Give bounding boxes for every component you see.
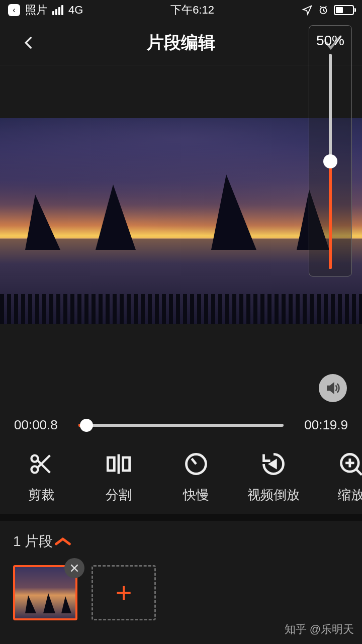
section-divider <box>0 514 362 521</box>
svg-rect-3 <box>108 457 114 471</box>
collapse-clips[interactable] <box>53 535 304 548</box>
tool-row: 剪裁 分割 快慢 视频倒放 缩放 <box>0 433 362 514</box>
tool-split[interactable]: 分割 <box>92 450 146 504</box>
back-app-label: 照片 <box>25 3 47 18</box>
volume-track[interactable] <box>329 54 332 269</box>
audio-button[interactable] <box>319 374 347 402</box>
volume-value: 50% <box>316 33 344 49</box>
tool-zoom[interactable]: 缩放 <box>324 450 362 504</box>
back-button[interactable] <box>18 32 39 53</box>
status-bar: ‹ 照片 4G 下午6:12 <box>0 0 362 20</box>
reverse-icon <box>259 450 288 478</box>
video-preview[interactable]: 50% <box>0 65 362 367</box>
clips-header: 1 片段 <box>0 521 362 556</box>
remove-clip-button[interactable] <box>64 558 84 578</box>
svg-line-8 <box>356 470 362 475</box>
tool-label: 快慢 <box>183 486 209 504</box>
volume-thumb[interactable] <box>323 154 337 168</box>
speed-icon <box>182 450 210 478</box>
timeline-scrubber: 00:00.8 00:19.9 <box>0 417 362 433</box>
clips-row: + <box>0 556 362 629</box>
clips-count: 1 片段 <box>13 532 53 551</box>
clip-1[interactable] <box>13 565 77 620</box>
scissors-icon <box>27 450 55 478</box>
signal-icon <box>52 5 63 15</box>
network-label: 4G <box>68 4 83 17</box>
scrubber-thumb[interactable] <box>80 419 93 432</box>
tool-label: 缩放 <box>338 486 362 504</box>
add-clip-button[interactable]: + <box>92 565 156 620</box>
tool-crop[interactable]: 剪裁 <box>14 450 68 504</box>
svg-rect-4 <box>123 457 130 471</box>
time-current: 00:00.8 <box>14 417 69 433</box>
volume-slider[interactable]: 50% <box>309 25 352 277</box>
tool-reverse[interactable]: 视频倒放 <box>246 450 301 504</box>
scrubber-track[interactable] <box>78 424 284 427</box>
tool-label: 视频倒放 <box>247 486 300 504</box>
zoom-icon <box>337 450 362 478</box>
location-icon <box>302 5 313 16</box>
watermark: 知乎 @乐明天 <box>285 622 354 637</box>
video-canvas <box>0 118 362 324</box>
split-icon <box>105 450 133 478</box>
tool-speed[interactable]: 快慢 <box>169 450 223 504</box>
page-title: 片段编辑 <box>147 31 215 54</box>
battery-icon <box>334 5 354 15</box>
tool-label: 分割 <box>106 486 132 504</box>
alarm-icon <box>318 5 329 16</box>
time-total: 00:19.9 <box>293 417 348 433</box>
nav-bar: 片段编辑 <box>0 20 362 65</box>
tool-label: 剪裁 <box>28 486 54 504</box>
plus-icon: + <box>116 579 132 607</box>
clock: 下午6:12 <box>83 3 302 18</box>
back-app-chip[interactable]: ‹ <box>8 4 20 16</box>
